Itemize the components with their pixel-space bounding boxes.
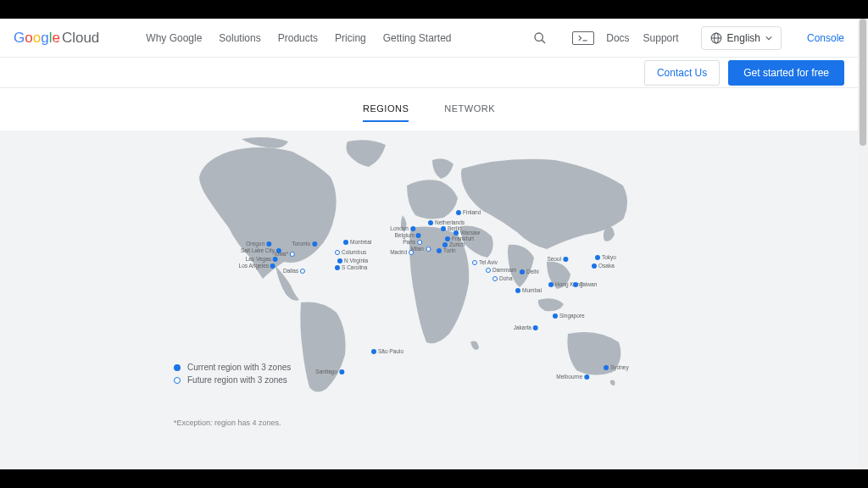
region-marker[interactable]: Los Angeles bbox=[239, 263, 275, 269]
region-marker[interactable]: S Carolina bbox=[335, 264, 367, 270]
nav-solutions[interactable]: Solutions bbox=[219, 32, 260, 44]
logo[interactable]: Google Cloud bbox=[14, 30, 99, 47]
region-marker[interactable]: Oregon bbox=[246, 241, 271, 247]
region-dot-current bbox=[584, 374, 589, 380]
region-label: Santiago bbox=[315, 369, 337, 374]
region-marker[interactable]: Finland bbox=[456, 209, 481, 215]
region-marker[interactable]: Sydney bbox=[604, 364, 629, 370]
region-label: Singapore bbox=[559, 313, 585, 319]
scrollbar[interactable] bbox=[858, 19, 868, 469]
globe-icon bbox=[710, 32, 722, 44]
region-dot-current bbox=[445, 236, 450, 241]
region-dot-current bbox=[453, 230, 459, 236]
region-marker[interactable]: Singapore bbox=[553, 313, 585, 319]
region-dot-future bbox=[426, 247, 431, 252]
legend-current: Current region with 3 zones bbox=[174, 363, 291, 372]
region-dot-current bbox=[266, 241, 271, 247]
region-dot-future bbox=[290, 252, 295, 257]
region-marker[interactable]: Paris bbox=[403, 239, 422, 245]
region-dot-current bbox=[595, 255, 600, 260]
region-dot-current bbox=[312, 241, 317, 247]
nav-why-google[interactable]: Why Google bbox=[146, 32, 202, 44]
region-marker[interactable]: Dallas bbox=[283, 268, 305, 274]
region-dot-future bbox=[417, 240, 422, 245]
docs-link[interactable]: Docs bbox=[606, 32, 629, 44]
region-dot-current bbox=[515, 288, 520, 293]
nav-getting-started[interactable]: Getting Started bbox=[383, 32, 452, 44]
region-marker[interactable]: Las Vegas bbox=[246, 256, 278, 262]
region-marker[interactable]: Santiago bbox=[315, 369, 344, 374]
region-marker[interactable]: Montréal bbox=[343, 239, 371, 245]
search-icon[interactable] bbox=[531, 30, 548, 47]
region-label: Los Angeles bbox=[239, 263, 269, 269]
region-marker[interactable]: London bbox=[390, 225, 415, 231]
region-dot-current bbox=[428, 220, 433, 225]
region-label: Netherlands bbox=[435, 219, 465, 225]
tab-network[interactable]: NETWORK bbox=[444, 103, 495, 122]
region-marker[interactable]: Frankfurt bbox=[445, 236, 474, 241]
region-dot-current bbox=[337, 258, 342, 263]
region-label: Turin bbox=[443, 247, 456, 253]
chevron-down-icon bbox=[765, 35, 772, 42]
region-marker[interactable]: Columbus bbox=[335, 249, 366, 255]
region-dot-future bbox=[492, 276, 498, 281]
cloud-shell-icon[interactable] bbox=[572, 31, 594, 45]
region-dot-current bbox=[548, 282, 554, 287]
region-marker[interactable]: Tel Aviv bbox=[472, 259, 498, 265]
region-label: Milan bbox=[410, 246, 424, 252]
region-dot-future bbox=[335, 250, 340, 255]
region-marker[interactable]: Melbourne bbox=[556, 374, 589, 380]
get-started-button[interactable]: Get started for free bbox=[728, 60, 844, 86]
region-dot-current bbox=[456, 210, 461, 215]
legend-current-label: Current region with 3 zones bbox=[187, 363, 291, 372]
region-marker[interactable]: Mumbai bbox=[515, 287, 542, 293]
world-map: OregonSalt Lake CityIowa*Las VegasLos An… bbox=[0, 130, 858, 469]
region-marker[interactable]: Osaka bbox=[592, 263, 615, 269]
region-marker[interactable]: São Paulo bbox=[371, 348, 403, 354]
svg-point-0 bbox=[535, 33, 542, 41]
contact-us-button[interactable]: Contact Us bbox=[644, 60, 720, 86]
map-tabs: REGIONS NETWORK bbox=[0, 88, 858, 130]
region-label: São Paulo bbox=[378, 348, 403, 354]
region-label: Osaka bbox=[598, 263, 615, 269]
region-marker[interactable]: Belgium bbox=[395, 232, 421, 238]
region-label: Melbourne bbox=[556, 374, 582, 380]
region-label: Las Vegas bbox=[246, 256, 271, 262]
region-label: Jakarta bbox=[514, 324, 531, 330]
region-marker[interactable]: Warsaw bbox=[453, 230, 480, 236]
region-marker[interactable]: Milan bbox=[410, 246, 431, 252]
legend-dot-future bbox=[174, 377, 181, 384]
language-selector[interactable]: English bbox=[701, 26, 782, 50]
region-dot-current bbox=[563, 257, 568, 262]
region-marker[interactable]: N Virginia bbox=[337, 258, 368, 263]
region-marker[interactable]: Doha bbox=[492, 275, 513, 281]
support-link[interactable]: Support bbox=[643, 32, 679, 44]
scroll-thumb[interactable] bbox=[860, 19, 866, 146]
region-marker[interactable]: Dammam bbox=[486, 267, 516, 273]
region-dot-future bbox=[300, 269, 305, 274]
region-marker[interactable]: Netherlands bbox=[428, 219, 465, 225]
region-marker[interactable]: Delhi bbox=[520, 269, 539, 274]
region-marker[interactable]: Tokyo bbox=[595, 254, 616, 260]
region-marker[interactable]: Seoul bbox=[547, 256, 568, 262]
region-label: London bbox=[390, 225, 409, 231]
region-dot-future bbox=[472, 260, 477, 265]
console-link[interactable]: Console bbox=[807, 32, 844, 44]
region-label: Tokyo bbox=[602, 254, 616, 260]
nav-pricing[interactable]: Pricing bbox=[335, 32, 366, 44]
nav-products[interactable]: Products bbox=[278, 32, 318, 44]
region-label: Warsaw bbox=[460, 230, 480, 236]
region-label: S Carolina bbox=[342, 264, 367, 270]
region-dot-current bbox=[343, 240, 348, 245]
region-dot-current bbox=[553, 313, 558, 319]
region-label: Doha bbox=[499, 275, 513, 281]
region-marker[interactable]: Turin bbox=[437, 247, 456, 253]
tab-regions[interactable]: REGIONS bbox=[363, 103, 409, 122]
sub-header: Contact Us Get started for free bbox=[0, 58, 858, 88]
region-marker[interactable]: Toronto bbox=[292, 241, 317, 247]
region-marker[interactable]: Taiwan bbox=[573, 281, 597, 287]
region-marker[interactable]: Zurich bbox=[442, 241, 465, 247]
region-label: Mumbai bbox=[522, 287, 542, 293]
region-marker[interactable]: Jakarta bbox=[514, 324, 538, 330]
region-dot-current bbox=[270, 263, 275, 269]
